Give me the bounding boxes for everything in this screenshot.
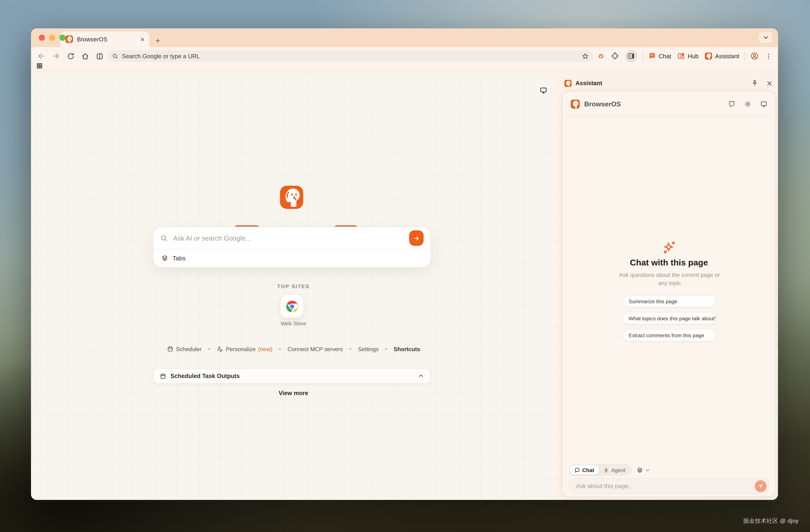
model-picker[interactable] xyxy=(636,467,650,473)
scheduled-task-outputs-card[interactable]: Scheduled Task Outputs xyxy=(153,368,431,384)
tab-favicon-dog-icon xyxy=(65,35,74,44)
bug-report-icon[interactable] xyxy=(597,52,605,60)
tab-title: BrowserOS xyxy=(77,36,137,42)
toolbar-divider xyxy=(643,52,643,60)
hub-button[interactable]: Hub xyxy=(677,52,699,60)
url-bar[interactable] xyxy=(108,50,594,62)
ai-search-input[interactable] xyxy=(173,234,404,242)
side-panel-toggle-button[interactable] xyxy=(625,50,637,62)
watermark: 掘金技术社区 @ djoy xyxy=(743,517,798,525)
hub-button-label: Hub xyxy=(688,53,699,59)
lightning-icon xyxy=(603,467,609,473)
assistant-input-bar[interactable] xyxy=(569,478,769,494)
apps-grid-icon[interactable] xyxy=(36,63,43,69)
quick-link-label: Scheduler xyxy=(176,346,201,352)
pin-icon[interactable] xyxy=(751,80,758,87)
tab-browseros[interactable]: BrowserOS ✕ xyxy=(61,32,149,47)
back-button[interactable] xyxy=(37,52,45,60)
shortcuts-link[interactable]: Shortcuts xyxy=(393,346,420,352)
ai-search-row[interactable] xyxy=(153,227,431,249)
mode-row: Chat Agent xyxy=(569,464,650,476)
mode-chat-label: Chat xyxy=(582,467,594,473)
quick-link-label: Connect MCP servers xyxy=(288,346,343,352)
mode-toggle: Chat Agent xyxy=(569,464,631,476)
profile-icon[interactable] xyxy=(750,52,759,60)
chat-bubble-icon xyxy=(574,467,580,473)
connect-mcp-servers-link[interactable]: Connect MCP servers xyxy=(288,346,343,352)
link-separator: • xyxy=(350,346,351,351)
person-edit-icon xyxy=(217,346,223,352)
screen: 掘金技术社区 @ djoy BrowserOS ✕ + xyxy=(0,0,810,532)
gear-icon[interactable] xyxy=(744,100,752,108)
assistant-card: BrowserOS Chat with this page Ask questi… xyxy=(562,91,776,497)
tab-strip: BrowserOS ✕ + xyxy=(31,28,778,47)
toolbar: Chat Hub Assistant xyxy=(31,47,778,65)
chat-bubble-icon xyxy=(648,52,656,60)
search-icon xyxy=(112,53,118,59)
empty-state-title: Chat with this page xyxy=(563,257,776,267)
chevron-up-icon[interactable] xyxy=(418,373,424,379)
top-site-label: Web Store xyxy=(31,320,556,327)
assistant-input[interactable] xyxy=(576,483,755,489)
calendar-icon xyxy=(160,372,166,379)
assistant-button[interactable]: Assistant xyxy=(705,52,739,60)
url-input[interactable] xyxy=(122,53,578,59)
chat-button[interactable]: Chat xyxy=(648,52,671,60)
quick-link-label: Settings xyxy=(358,346,378,352)
search-icon xyxy=(160,234,168,242)
tabs-row[interactable]: Tabs xyxy=(153,249,431,267)
search-submit-button[interactable] xyxy=(409,230,424,246)
link-separator: • xyxy=(208,346,210,351)
mode-agent-button[interactable]: Agent xyxy=(599,465,630,475)
scheduled-card-title: Scheduled Task Outputs xyxy=(171,373,414,379)
mode-agent-label: Agent xyxy=(611,467,626,473)
zoom-window-button[interactable] xyxy=(59,35,66,41)
tab-search-chevron-button[interactable] xyxy=(759,32,772,43)
chrome-web-store-icon xyxy=(285,299,299,313)
scheduler-link[interactable]: Scheduler xyxy=(167,346,201,352)
reload-button[interactable] xyxy=(67,52,75,60)
layers-icon xyxy=(161,254,168,262)
chat-button-label: Chat xyxy=(659,53,671,59)
hub-icon xyxy=(677,52,685,60)
assistant-send-button[interactable] xyxy=(755,480,766,492)
top-sites-heading: TOP SITES xyxy=(31,284,556,289)
assistant-card-title: BrowserOS xyxy=(584,100,724,108)
toolbar-divider xyxy=(744,52,745,60)
window-controls xyxy=(39,28,66,47)
omni-search-card: Tabs xyxy=(153,227,431,268)
assistant-button-label: Assistant xyxy=(715,53,739,59)
close-icon[interactable] xyxy=(766,80,773,86)
new-badge: (new) xyxy=(258,346,272,352)
menu-dots-icon[interactable] xyxy=(765,52,773,60)
assistant-card-header: BrowserOS xyxy=(563,91,776,117)
quick-link-label: Shortcuts xyxy=(393,346,420,352)
suggestion-extract-comments[interactable]: Extract comments from this page xyxy=(622,329,716,342)
browser-window: BrowserOS ✕ + xyxy=(31,28,778,500)
settings-link[interactable]: Settings xyxy=(358,346,378,352)
minimize-window-button[interactable] xyxy=(49,35,55,41)
home-button[interactable] xyxy=(81,52,90,60)
assistant-dog-icon xyxy=(564,79,572,87)
personalize-link[interactable]: Personalize (new) xyxy=(217,346,272,352)
tabs-label: Tabs xyxy=(173,254,185,262)
mode-chat-button[interactable]: Chat xyxy=(570,465,599,475)
suggestion-topics[interactable]: What topics does this page talk about? xyxy=(622,312,716,324)
new-tab-button[interactable]: + xyxy=(156,37,160,45)
forward-button[interactable] xyxy=(52,52,60,60)
top-site-web-store[interactable] xyxy=(280,295,303,318)
display-monitor-icon[interactable] xyxy=(539,86,548,95)
close-window-button[interactable] xyxy=(39,35,45,41)
monitor-icon[interactable] xyxy=(760,100,768,108)
link-separator: • xyxy=(385,346,387,351)
view-more-button[interactable]: View more xyxy=(31,390,556,396)
link-separator: • xyxy=(279,346,281,351)
extensions-puzzle-icon[interactable] xyxy=(611,52,619,60)
suggestion-summarize[interactable]: Summarize this page xyxy=(622,295,716,307)
tab-close-icon[interactable]: ✕ xyxy=(140,36,145,42)
github-icon[interactable] xyxy=(728,100,736,108)
browseros-dog-icon xyxy=(570,99,580,109)
bookmark-star-icon[interactable] xyxy=(582,52,589,60)
send-icon xyxy=(758,483,763,489)
split-view-button[interactable] xyxy=(96,52,104,60)
